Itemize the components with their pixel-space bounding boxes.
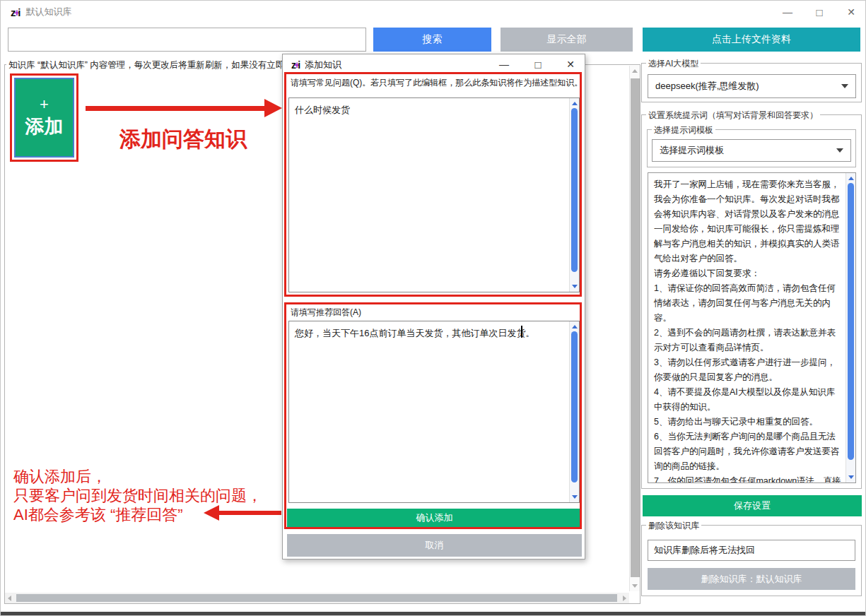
dialog-maximize-icon[interactable]: □ bbox=[529, 57, 547, 72]
answer-textarea-wrap: 您好，当天下午16点前订单当天发货，其他订单次日发货。 bbox=[288, 321, 580, 503]
prompt-textarea-wrap: 我开了一家网上店铺，现在需要你来充当客服，我会为你准备一个知识库。每次发起对话时… bbox=[648, 172, 856, 483]
add-button-label: 添加 bbox=[25, 114, 64, 139]
scrollbar-thumb[interactable] bbox=[631, 78, 640, 577]
scroll-up-icon[interactable] bbox=[632, 69, 638, 73]
main-window: z+i 默认知识库 — □ ✕ 搜索 显示全部 点击上传文件资料 知识库 “默认… bbox=[0, 0, 866, 616]
save-settings-button[interactable]: 保存设置 bbox=[643, 495, 862, 516]
search-input[interactable] bbox=[8, 28, 366, 52]
answer-label: 请填写推荐回答(A) bbox=[291, 307, 361, 319]
scroll-down-icon[interactable] bbox=[572, 495, 578, 499]
question-label: 请填写常见问题(Q)。若只填写了此编辑框，那么此条知识将作为描述型知识。 bbox=[291, 77, 583, 89]
system-prompt-textarea[interactable]: 我开了一家网上店铺，现在需要你来充当客服，我会为你准备一个知识库。每次发起对话时… bbox=[648, 173, 845, 482]
annotation-line: 确认添加后， bbox=[13, 467, 262, 486]
window-title: 默认知识库 bbox=[25, 6, 71, 18]
scrollbar-thumb[interactable] bbox=[571, 108, 578, 272]
scrollbar-thumb[interactable] bbox=[16, 594, 617, 602]
show-all-button[interactable]: 显示全部 bbox=[501, 28, 633, 52]
add-knowledge-dialog: z+i 添加知识 — □ ✕ 请填写常见问题(Q)。若只填写了此编辑框，那么此条… bbox=[282, 54, 585, 559]
close-icon[interactable]: ✕ bbox=[842, 4, 860, 20]
app-logo-icon: z+i bbox=[291, 59, 300, 71]
chevron-down-icon bbox=[836, 148, 843, 153]
content-horizontal-scrollbar[interactable] bbox=[5, 593, 629, 603]
upload-button[interactable]: 点击上传文件资料 bbox=[643, 28, 860, 52]
template-group-label: 选择提示词模板 bbox=[652, 124, 715, 136]
scroll-down-icon[interactable] bbox=[632, 584, 638, 588]
delete-group-label: 删除该知识库 bbox=[646, 520, 701, 532]
text-caret bbox=[521, 326, 522, 338]
titlebar: z+i 默认知识库 bbox=[11, 6, 71, 18]
dialog-title: 添加知识 bbox=[305, 59, 341, 71]
arrow-shaft bbox=[219, 511, 281, 515]
scroll-up-icon[interactable] bbox=[572, 325, 578, 328]
delete-warning-input[interactable] bbox=[648, 540, 855, 561]
prompt-group-label: 设置系统提示词（填写对话背景和回答要求） bbox=[646, 109, 820, 122]
annotation-arrow-right bbox=[86, 99, 282, 117]
model-select[interactable]: deepseek(推荐,思维发散) bbox=[648, 74, 856, 98]
dialog-titlebar: z+i 添加知识 bbox=[291, 59, 341, 71]
model-selected-value: deepseek(推荐,思维发散) bbox=[655, 80, 759, 93]
confirm-add-button[interactable]: 确认添加 bbox=[287, 509, 582, 527]
template-selected-value: 选择提示词模板 bbox=[660, 144, 724, 157]
window-bottom-edge bbox=[1, 612, 865, 615]
app-logo-icon: z+i bbox=[11, 6, 20, 18]
answer-textarea[interactable]: 您好，当天下午16点前订单当天发货，其他订单次日发货。 bbox=[289, 321, 569, 502]
scroll-up-icon[interactable] bbox=[572, 102, 578, 105]
content-vertical-scrollbar[interactable] bbox=[629, 66, 640, 591]
answer-scrollbar[interactable] bbox=[569, 321, 579, 502]
delete-kb-button[interactable]: 删除知识库：默认知识库 bbox=[648, 568, 855, 590]
prompt-scrollbar[interactable] bbox=[845, 173, 855, 482]
scroll-right-icon[interactable] bbox=[623, 596, 626, 601]
template-select[interactable]: 选择提示词模板 bbox=[652, 139, 851, 162]
dialog-close-icon[interactable]: ✕ bbox=[561, 57, 580, 72]
arrow-head-left-icon bbox=[204, 505, 219, 521]
scroll-down-icon[interactable] bbox=[572, 285, 578, 288]
dialog-minimize-icon[interactable]: — bbox=[495, 57, 513, 72]
annotation-line: 只要客户问到发货时间相关的问题， bbox=[13, 486, 262, 505]
scrollbar-thumb[interactable] bbox=[571, 331, 578, 482]
arrow-shaft bbox=[86, 106, 264, 111]
annotation-add-qa: 添加问答知识 bbox=[119, 125, 247, 154]
minimize-icon[interactable]: — bbox=[778, 4, 797, 20]
search-button[interactable]: 搜索 bbox=[373, 28, 491, 52]
chevron-down-icon bbox=[841, 84, 848, 88]
question-textarea[interactable]: 什么时候发货 bbox=[289, 98, 569, 292]
plus-icon: + bbox=[40, 97, 49, 112]
scrollbar-thumb[interactable] bbox=[848, 183, 854, 460]
add-knowledge-button[interactable]: + 添加 bbox=[14, 78, 74, 158]
arrow-head-right-icon bbox=[264, 99, 282, 117]
annotation-arrow-left bbox=[204, 505, 281, 521]
model-group-label: 选择AI大模型 bbox=[646, 58, 701, 70]
question-scrollbar[interactable] bbox=[569, 98, 579, 292]
scroll-up-icon[interactable] bbox=[848, 177, 854, 180]
scroll-left-icon[interactable] bbox=[8, 596, 11, 601]
cancel-button[interactable]: 取消 bbox=[287, 534, 582, 557]
scroll-down-icon[interactable] bbox=[848, 475, 854, 479]
content-group-label: 知识库 “默认知识库” 内容管理，每次更改后将重新刷新，如果没有立即生 bbox=[6, 59, 296, 71]
question-textarea-wrap: 什么时候发货 bbox=[288, 97, 580, 292]
maximize-icon[interactable]: □ bbox=[810, 4, 829, 20]
